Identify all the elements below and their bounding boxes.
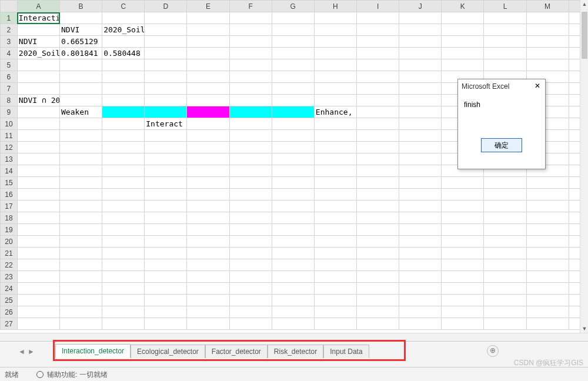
cell-E19[interactable] xyxy=(187,224,229,236)
cell-G24[interactable] xyxy=(272,283,314,295)
cell-H10[interactable] xyxy=(314,118,356,130)
cell-H5[interactable] xyxy=(314,59,356,71)
cell-J24[interactable] xyxy=(399,283,442,295)
cell-J4[interactable] xyxy=(399,48,442,59)
cell-I11[interactable] xyxy=(356,130,399,142)
column-header-C[interactable]: C xyxy=(102,1,145,12)
cell-L20[interactable] xyxy=(484,236,526,248)
column-header-H[interactable]: H xyxy=(314,1,356,12)
cell-M1[interactable] xyxy=(526,12,569,24)
cell-L1[interactable] xyxy=(484,12,526,24)
cell-F2[interactable] xyxy=(229,24,272,36)
cell-H8[interactable] xyxy=(314,95,356,106)
cell-I19[interactable] xyxy=(356,224,399,236)
cell-E26[interactable] xyxy=(187,306,229,318)
cell-F21[interactable] xyxy=(229,248,272,259)
cell-B23[interactable] xyxy=(60,271,102,283)
cell-M22[interactable] xyxy=(526,259,569,271)
scroll-down-arrow[interactable]: ▼ xyxy=(582,326,587,332)
cell-F26[interactable] xyxy=(229,306,272,318)
cell-D25[interactable] xyxy=(145,295,187,306)
cell-I14[interactable] xyxy=(356,165,399,177)
cell-A17[interactable] xyxy=(17,200,59,212)
cell-L15[interactable] xyxy=(484,177,526,189)
cell-E20[interactable] xyxy=(187,236,229,248)
cell-B26[interactable] xyxy=(60,306,102,318)
column-header-I[interactable]: I xyxy=(356,1,399,12)
tab-prev-icon[interactable]: ◄ xyxy=(18,347,25,356)
cell-G11[interactable] xyxy=(272,130,314,142)
row-header-25[interactable]: 25 xyxy=(1,295,18,306)
cell-M26[interactable] xyxy=(526,306,569,318)
cell-C5[interactable] xyxy=(102,59,145,71)
sheet-tab-input-data[interactable]: Input Data xyxy=(323,345,369,358)
cell-H15[interactable] xyxy=(314,177,356,189)
cell-B24[interactable] xyxy=(60,283,102,295)
cell-A7[interactable] xyxy=(17,83,59,95)
cell-L24[interactable] xyxy=(484,283,526,295)
cell-F23[interactable] xyxy=(229,271,272,283)
cell-M2[interactable] xyxy=(526,24,569,36)
cell-E17[interactable] xyxy=(187,200,229,212)
cell-G8[interactable] xyxy=(272,95,314,106)
cell-B12[interactable] xyxy=(60,142,102,153)
cell-B27[interactable] xyxy=(60,318,102,330)
cell-J18[interactable] xyxy=(399,212,442,224)
cell-D17[interactable] xyxy=(145,200,187,212)
cell-F22[interactable] xyxy=(229,259,272,271)
cell-B3[interactable]: 0.665129 xyxy=(60,36,102,48)
cell-C4[interactable]: 0.580448 xyxy=(102,48,145,59)
cell-C9[interactable] xyxy=(102,106,145,118)
cell-H3[interactable] xyxy=(314,36,356,48)
cell-F24[interactable] xyxy=(229,283,272,295)
cell-C2[interactable]: 2020_Soil_ xyxy=(102,24,145,36)
cell-I8[interactable] xyxy=(356,95,399,106)
cell-L17[interactable] xyxy=(484,200,526,212)
row-header-16[interactable]: 16 xyxy=(1,189,18,200)
cell-L21[interactable] xyxy=(484,248,526,259)
cell-A10[interactable] xyxy=(17,118,59,130)
cell-K24[interactable] xyxy=(442,283,484,295)
cell-I2[interactable] xyxy=(356,24,399,36)
close-icon[interactable]: ✕ xyxy=(533,82,542,91)
cell-B5[interactable] xyxy=(60,59,102,71)
cell-H9[interactable]: Enhance, nonlinear- xyxy=(314,106,356,118)
cell-F6[interactable] xyxy=(229,71,272,83)
cell-L19[interactable] xyxy=(484,224,526,236)
row-header-10[interactable]: 10 xyxy=(1,118,18,130)
cell-L18[interactable] xyxy=(484,212,526,224)
cell-E8[interactable] xyxy=(187,95,229,106)
cell-I17[interactable] xyxy=(356,200,399,212)
cell-D26[interactable] xyxy=(145,306,187,318)
cell-E2[interactable] xyxy=(187,24,229,36)
cell-G10[interactable] xyxy=(272,118,314,130)
scroll-up-arrow[interactable]: ▲ xyxy=(582,1,587,7)
cell-L25[interactable] xyxy=(484,295,526,306)
cell-M27[interactable] xyxy=(526,318,569,330)
cell-I26[interactable] xyxy=(356,306,399,318)
cell-A6[interactable] xyxy=(17,71,59,83)
add-sheet-button[interactable]: ⊕ xyxy=(487,345,499,357)
cell-J3[interactable] xyxy=(399,36,442,48)
cell-D16[interactable] xyxy=(145,189,187,200)
cell-J20[interactable] xyxy=(399,236,442,248)
cell-D14[interactable] xyxy=(145,165,187,177)
cell-G27[interactable] xyxy=(272,318,314,330)
cell-K22[interactable] xyxy=(442,259,484,271)
spreadsheet-grid[interactable]: ABCDEFGHIJKLMN1Interaction_detector2NDVI… xyxy=(0,0,588,341)
cell-H18[interactable] xyxy=(314,212,356,224)
cell-G12[interactable] xyxy=(272,142,314,153)
cell-A18[interactable] xyxy=(17,212,59,224)
cell-I10[interactable] xyxy=(356,118,399,130)
cell-H19[interactable] xyxy=(314,224,356,236)
cell-C15[interactable] xyxy=(102,177,145,189)
column-header-E[interactable]: E xyxy=(187,1,229,12)
cell-K23[interactable] xyxy=(442,271,484,283)
cell-A19[interactable] xyxy=(17,224,59,236)
cell-I4[interactable] xyxy=(356,48,399,59)
cell-H22[interactable] xyxy=(314,259,356,271)
cell-I5[interactable] xyxy=(356,59,399,71)
cell-G19[interactable] xyxy=(272,224,314,236)
cell-C25[interactable] xyxy=(102,295,145,306)
cell-D1[interactable] xyxy=(145,12,187,24)
